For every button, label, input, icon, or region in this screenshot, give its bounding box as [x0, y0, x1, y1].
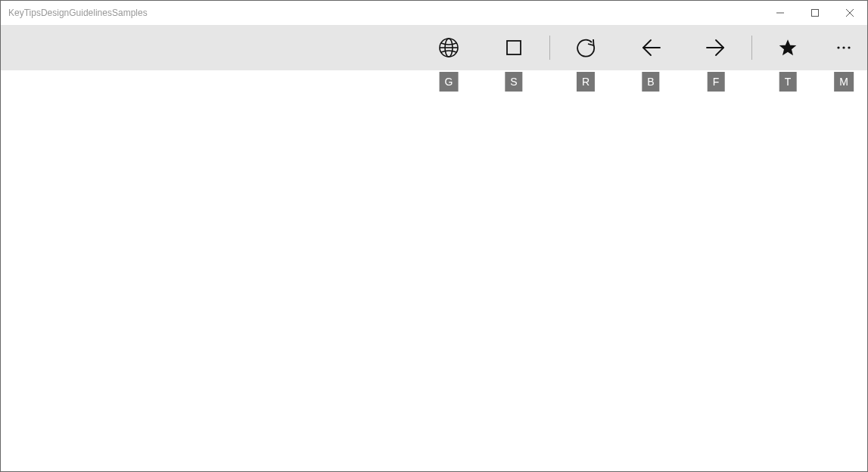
toolbar-separator	[751, 36, 752, 60]
window-title: KeyTipsDesignGuidelinesSamples	[8, 8, 148, 18]
globe-icon	[438, 37, 459, 58]
keytip: F	[708, 72, 725, 92]
svg-point-10	[837, 46, 839, 48]
svg-rect-7	[507, 41, 521, 54]
square-icon	[505, 39, 523, 57]
toolbar-slot: G	[416, 25, 481, 70]
forward-button[interactable]	[698, 30, 734, 66]
window-controls	[763, 1, 867, 25]
forward-icon	[705, 37, 726, 58]
globe-button[interactable]	[431, 30, 467, 66]
toolbar-slot: R	[553, 25, 618, 70]
maximize-button[interactable]	[798, 1, 832, 25]
toolbar-slot: S	[481, 25, 546, 70]
stop-button[interactable]	[496, 30, 532, 66]
more-icon	[835, 39, 853, 57]
keytip: R	[577, 72, 595, 92]
keytip: M	[834, 72, 854, 92]
close-button[interactable]	[832, 1, 867, 25]
refresh-icon	[575, 37, 596, 58]
toolbar-slot: T	[755, 25, 820, 70]
toolbar: G S R	[1, 25, 867, 70]
titlebar: KeyTipsDesignGuidelinesSamples	[1, 1, 867, 25]
minimize-icon	[776, 9, 784, 17]
toolbar-slot: F	[683, 25, 748, 70]
keytip: B	[642, 72, 659, 92]
svg-point-11	[842, 46, 845, 48]
more-button[interactable]	[826, 30, 862, 66]
toolbar-separator	[549, 36, 550, 60]
back-icon	[640, 37, 661, 58]
keytip: T	[779, 72, 797, 92]
svg-point-12	[848, 46, 850, 48]
minimize-button[interactable]	[763, 1, 798, 25]
keytip: G	[440, 72, 459, 92]
toolbar-slot: M	[820, 25, 867, 70]
close-icon	[846, 9, 854, 17]
favorite-button[interactable]	[770, 30, 806, 66]
star-icon	[778, 38, 798, 57]
back-button[interactable]	[633, 30, 669, 66]
toolbar-slot: B	[618, 25, 683, 70]
toolbar-right: G S R	[416, 25, 867, 70]
refresh-button[interactable]	[568, 30, 604, 66]
maximize-icon	[811, 9, 819, 17]
keytip: S	[505, 72, 522, 92]
svg-rect-1	[812, 10, 819, 17]
